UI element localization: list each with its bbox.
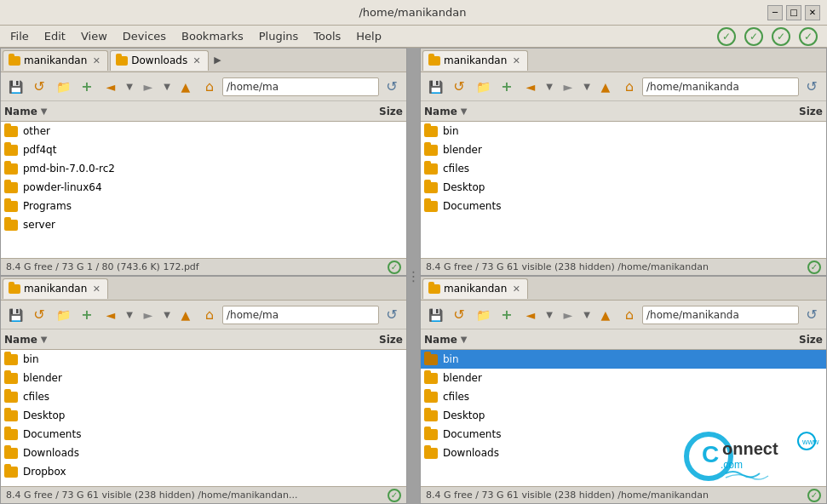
btn-new-folder-bottom-right[interactable]: 📁 [472, 304, 494, 326]
btn-drive-bottom-left[interactable]: 💾 [4, 304, 26, 326]
btn-new-folder-top-right[interactable]: 📁 [472, 76, 494, 98]
btn-refresh-bottom-right[interactable]: ↺ [448, 304, 470, 326]
path-bar-bottom-right[interactable]: /home/manikanda [642, 306, 799, 324]
check-icon-4[interactable]: ✓ [796, 25, 820, 49]
vertical-divider[interactable] [407, 48, 420, 504]
menu-plugins[interactable]: Plugins [252, 28, 306, 44]
col-size-top-right[interactable]: Size [755, 106, 823, 117]
tab-close-top-left-0[interactable]: ✕ [90, 54, 102, 66]
minimize-button[interactable]: ─ [767, 5, 783, 20]
col-size-top-left[interactable]: Size [335, 106, 403, 117]
btn-fwd-top-right[interactable]: ► [557, 76, 579, 98]
btn-up-bottom-left[interactable]: ▲ [175, 304, 197, 326]
list-item[interactable]: Desktop [421, 406, 826, 425]
list-item[interactable]: bin [421, 122, 826, 140]
path-bar-bottom-left[interactable]: /home/ma [222, 306, 379, 324]
list-item[interactable]: Documents [421, 425, 826, 444]
list-item[interactable]: Desktop [421, 178, 826, 197]
list-item[interactable]: blender [421, 140, 826, 159]
list-item[interactable]: Desktop [1, 406, 406, 425]
btn-fwd-dropdown-bottom-right[interactable]: ▼ [581, 304, 593, 326]
close-button[interactable]: ✕ [805, 5, 820, 20]
btn-back-dropdown-top-left[interactable]: ▼ [123, 76, 135, 98]
btn-home-top-left[interactable]: ⌂ [198, 76, 221, 98]
list-item[interactable]: pmd-bin-7.0.0-rc2 [1, 159, 406, 178]
list-item[interactable]: pdf4qt [1, 140, 406, 159]
btn-drive-bottom-right[interactable]: 💾 [424, 304, 446, 326]
btn-back-top-left[interactable]: ◄ [100, 76, 122, 98]
col-size-bottom-right[interactable]: Size [755, 334, 823, 346]
btn-back-dropdown-bottom-left[interactable]: ▼ [123, 304, 135, 326]
list-item[interactable]: Downloads [421, 444, 826, 462]
tab-close-bottom-left-0[interactable]: ✕ [90, 283, 102, 295]
btn-back-bottom-right[interactable]: ◄ [520, 304, 542, 326]
col-size-bottom-left[interactable]: Size [335, 334, 403, 346]
tab-manikandan-bottom-left[interactable]: manikandan ✕ [3, 278, 108, 299]
menu-help[interactable]: Help [349, 28, 388, 44]
btn-up-top-right[interactable]: ▲ [594, 76, 617, 98]
list-item[interactable]: server [1, 215, 406, 234]
btn-fwd-top-left[interactable]: ► [137, 76, 159, 98]
btn-home-bottom-left[interactable]: ⌂ [198, 304, 221, 326]
tab-close-top-left-1[interactable]: ✕ [191, 54, 203, 66]
list-item[interactable]: Documents [421, 197, 826, 215]
path-bar-top-left[interactable]: /home/ma [222, 77, 379, 96]
btn-add-top-left[interactable]: + [76, 76, 98, 98]
file-list-top-right[interactable]: bin blender cfiles Desktop Documents [421, 122, 826, 258]
tab-downloads-top-left[interactable]: Downloads ✕ [110, 50, 209, 71]
menu-tools[interactable]: Tools [307, 28, 347, 44]
btn-add-bottom-left[interactable]: + [76, 304, 98, 326]
btn-back-top-right[interactable]: ◄ [520, 76, 542, 98]
list-item[interactable]: powder-linux64 [1, 178, 406, 197]
btn-drive-top-right[interactable]: 💾 [424, 76, 446, 98]
btn-up-top-left[interactable]: ▲ [175, 76, 197, 98]
btn-sync-bottom-left[interactable]: ↺ [381, 304, 403, 326]
list-item[interactable]: Downloads [1, 444, 406, 462]
file-list-bottom-right[interactable]: bin blender cfiles Desktop Documents [421, 350, 826, 486]
file-list-top-left[interactable]: other pdf4qt pmd-bin-7.0.0-rc2 powder-li… [1, 122, 406, 258]
btn-drive-top-left[interactable]: 💾 [4, 76, 26, 98]
btn-fwd-dropdown-top-left[interactable]: ▼ [161, 76, 173, 98]
btn-new-folder-bottom-left[interactable]: 📁 [52, 304, 74, 326]
btn-refresh-top-left[interactable]: ↺ [28, 76, 50, 98]
list-item[interactable]: blender [1, 369, 406, 387]
btn-back-dropdown-top-right[interactable]: ▼ [543, 76, 555, 98]
btn-up-bottom-right[interactable]: ▲ [594, 304, 617, 326]
btn-back-bottom-left[interactable]: ◄ [100, 304, 122, 326]
btn-fwd-bottom-right[interactable]: ► [557, 304, 579, 326]
list-item[interactable]: cfiles [421, 387, 826, 406]
btn-add-top-right[interactable]: + [496, 76, 518, 98]
col-name-top-right[interactable]: Name ▼ [424, 106, 755, 117]
list-item[interactable]: other [1, 122, 406, 140]
menu-bookmarks[interactable]: Bookmarks [175, 28, 250, 44]
tab-manikandan-top-left[interactable]: manikandan ✕ [3, 50, 108, 71]
list-item[interactable]: cfiles [1, 387, 406, 406]
path-bar-top-right[interactable]: /home/manikanda [642, 77, 799, 96]
btn-sync-bottom-right[interactable]: ↺ [801, 304, 823, 326]
maximize-button[interactable]: □ [786, 5, 801, 20]
list-item[interactable]: Dropbox [1, 462, 406, 481]
btn-home-top-right[interactable]: ⌂ [618, 76, 640, 98]
list-item[interactable]: Programs [1, 197, 406, 215]
btn-refresh-bottom-left[interactable]: ↺ [28, 304, 50, 326]
file-list-bottom-left[interactable]: bin blender cfiles Desktop Documents [1, 350, 406, 486]
tab-manikandan-bottom-right[interactable]: manikandan ✕ [422, 278, 528, 299]
list-item[interactable]: bin [421, 350, 826, 369]
tab-nav-arrow-top-left[interactable]: ▶ [210, 53, 224, 67]
tab-close-top-right-0[interactable]: ✕ [510, 54, 522, 66]
btn-fwd-bottom-left[interactable]: ► [137, 304, 159, 326]
btn-fwd-dropdown-bottom-left[interactable]: ▼ [161, 304, 173, 326]
menu-file[interactable]: File [3, 28, 36, 44]
col-name-top-left[interactable]: Name ▼ [4, 106, 335, 117]
col-name-bottom-right[interactable]: Name ▼ [424, 334, 755, 346]
tab-close-bottom-right-0[interactable]: ✕ [510, 283, 522, 295]
menu-edit[interactable]: Edit [37, 28, 72, 44]
btn-refresh-top-right[interactable]: ↺ [448, 76, 470, 98]
menu-view[interactable]: View [74, 28, 114, 44]
check-icon-3[interactable]: ✓ [769, 25, 793, 49]
col-name-bottom-left[interactable]: Name ▼ [4, 334, 335, 346]
tab-manikandan-top-right[interactable]: manikandan ✕ [422, 50, 528, 71]
btn-back-dropdown-bottom-right[interactable]: ▼ [543, 304, 555, 326]
check-icon-2[interactable]: ✓ [742, 25, 766, 49]
btn-new-folder-top-left[interactable]: 📁 [52, 76, 74, 98]
